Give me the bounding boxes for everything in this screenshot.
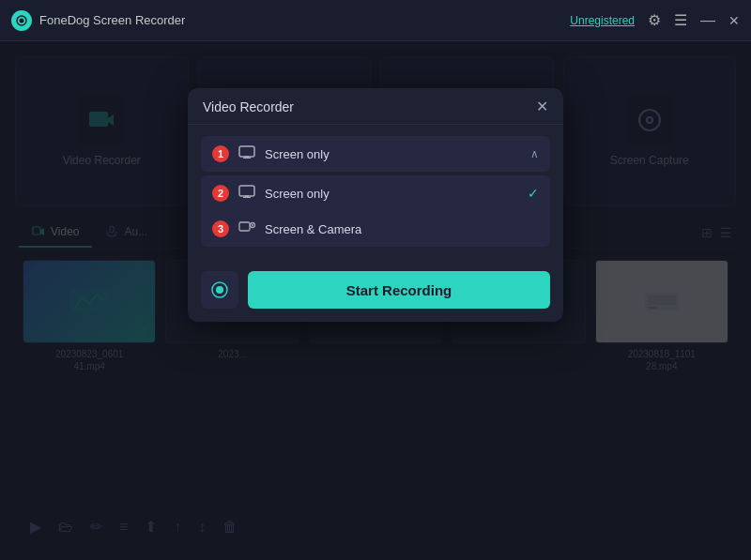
modal-overlay: Video Recorder ✕ 1 Screen only ∧ bbox=[0, 41, 751, 560]
modal-close-button[interactable]: ✕ bbox=[536, 99, 548, 114]
modal-header: Video Recorder ✕ bbox=[188, 88, 563, 125]
close-window-icon[interactable]: ✕ bbox=[728, 13, 740, 28]
registration-link[interactable]: Unregistered bbox=[570, 14, 635, 27]
modal-footer: Start Recording bbox=[188, 271, 563, 322]
svg-rect-31 bbox=[239, 222, 250, 231]
svg-point-35 bbox=[216, 286, 223, 294]
record-icon-button[interactable] bbox=[201, 271, 238, 309]
option-badge-3: 3 bbox=[212, 220, 229, 237]
settings-icon[interactable]: ⚙ bbox=[648, 13, 661, 28]
dropdown-selected[interactable]: 1 Screen only ∧ bbox=[201, 136, 550, 172]
modal-body: 1 Screen only ∧ 2 bbox=[188, 125, 563, 271]
dropdown-option-screen-only[interactable]: 2 Screen only ✓ bbox=[201, 175, 550, 211]
screen-only-icon bbox=[238, 185, 255, 202]
dropdown-options: 2 Screen only ✓ 3 bbox=[201, 175, 550, 247]
screen-camera-icon bbox=[238, 220, 255, 237]
chevron-up-icon: ∧ bbox=[530, 147, 539, 160]
option-badge-2: 2 bbox=[212, 185, 229, 202]
svg-rect-28 bbox=[239, 186, 254, 196]
menu-icon[interactable]: ☰ bbox=[674, 13, 687, 28]
dropdown-badge-1: 1 bbox=[212, 145, 229, 162]
option-screen-only-label: Screen only bbox=[265, 187, 528, 201]
dropdown-option-screen-camera[interactable]: 3 Screen & Camera bbox=[201, 211, 550, 247]
checkmark-icon: ✓ bbox=[528, 186, 539, 201]
app-logo bbox=[11, 10, 32, 31]
start-recording-button[interactable]: Start Recording bbox=[248, 271, 550, 309]
svg-point-33 bbox=[252, 224, 253, 226]
minimize-icon[interactable]: — bbox=[700, 13, 715, 28]
screen-icon bbox=[238, 145, 255, 162]
app-title: FoneDog Screen Recorder bbox=[39, 13, 570, 27]
titlebar-controls: Unregistered ⚙ ☰ — ✕ bbox=[570, 13, 740, 28]
svg-rect-25 bbox=[239, 146, 254, 157]
option-screen-camera-label: Screen & Camera bbox=[265, 222, 522, 236]
dropdown-selected-text: Screen only bbox=[265, 147, 530, 161]
modal-title: Video Recorder bbox=[203, 99, 294, 114]
titlebar: FoneDog Screen Recorder Unregistered ⚙ ☰… bbox=[0, 0, 751, 41]
video-recorder-modal: Video Recorder ✕ 1 Screen only ∧ bbox=[188, 88, 563, 322]
svg-point-1 bbox=[20, 18, 24, 23]
